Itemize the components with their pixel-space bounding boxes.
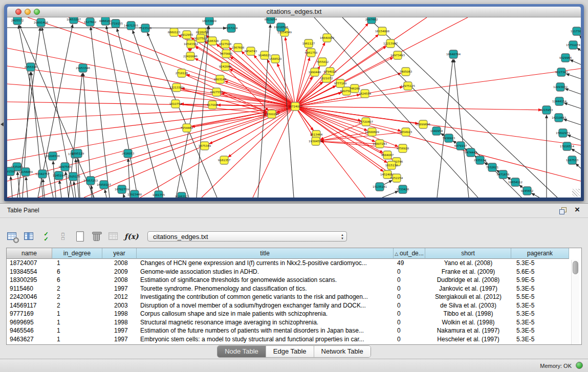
column-header-title[interactable]: title	[137, 248, 394, 259]
table-row[interactable]: 1872400712008Changes of HCN gene express…	[7, 259, 581, 268]
graph-node[interactable]: 9756928	[397, 144, 409, 152]
network-graph[interactable]: 1872400718300295866012389129558226058912…	[7, 17, 581, 198]
graph-node[interactable]: 391591	[7, 167, 16, 176]
tab-edge-table[interactable]: Edge Table	[266, 346, 314, 357]
graph-node[interactable]: 9227343	[555, 68, 568, 76]
column-header-short[interactable]: short	[425, 248, 511, 259]
table-row[interactable]: 1456911722003Disruption of a novel membe…	[7, 301, 581, 310]
graph-node[interactable]: 9329966	[559, 54, 572, 62]
graph-node[interactable]: 7515526	[139, 24, 152, 32]
table-row[interactable]: 911546021997Tourette syndrome. Phenomeno…	[7, 285, 581, 293]
column-header-year[interactable]: year	[102, 248, 137, 259]
graph-node[interactable]: 16648784	[446, 50, 461, 58]
graph-node[interactable]: 2367608	[232, 43, 245, 52]
graph-node[interactable]: 9474444	[465, 148, 477, 157]
memory-status-indicator[interactable]	[576, 362, 583, 369]
graph-node[interactable]: 917004	[207, 101, 218, 109]
column-header-pagerank[interactable]: pagerank	[511, 248, 569, 259]
graph-node[interactable]: 16640910	[320, 34, 334, 42]
graph-node[interactable]: 8813054	[265, 17, 277, 24]
table-row[interactable]: 2242004622012Investigating the contribut…	[7, 293, 581, 301]
graph-node[interactable]: 20891406	[34, 18, 48, 27]
table-row[interactable]: 969969511998Structural magnetic resonanc…	[7, 318, 581, 327]
graph-node[interactable]: 9684067	[381, 151, 394, 159]
graph-node[interactable]: 1527602	[84, 18, 97, 26]
graph-node[interactable]: 16782759	[115, 185, 129, 193]
graph-node[interactable]: 1961127	[302, 39, 315, 48]
graph-node[interactable]: 12505135	[66, 172, 80, 181]
graph-node[interactable]: 1145194	[53, 171, 66, 180]
graph-node[interactable]: 16210643	[552, 114, 566, 122]
graph-node[interactable]: 10653287	[67, 17, 81, 24]
graph-node[interactable]: 10899695	[416, 120, 430, 128]
close-button[interactable]	[15, 9, 21, 15]
column-header-in_degree[interactable]: in_degree	[52, 248, 102, 259]
graph-node[interactable]: 10973493	[390, 51, 405, 59]
graph-node[interactable]: 1081755	[153, 191, 165, 198]
graph-node[interactable]: 2405572	[11, 17, 24, 25]
table-scrollbar[interactable]	[571, 260, 579, 344]
table-row[interactable]: 946554611997Estimation of the future num…	[7, 326, 581, 335]
float-panel-icon[interactable]	[559, 207, 567, 214]
graph-node[interactable]: 7254462	[181, 124, 193, 132]
minimize-button[interactable]	[25, 9, 31, 15]
graph-node[interactable]: 9186312	[176, 192, 188, 198]
function-builder-icon[interactable]: ƒ(x)	[124, 230, 137, 243]
table-row[interactable]: 977716911998Corpus callosum shape and si…	[7, 310, 581, 318]
graph-node[interactable]: 15720407	[359, 118, 373, 126]
delete-table-icon[interactable]	[91, 230, 103, 243]
graph-node[interactable]: 16154808	[375, 27, 389, 35]
graph-node[interactable]: 9097548	[59, 163, 72, 171]
graph-node[interactable]: 9654923	[400, 128, 412, 136]
graph-node[interactable]: 16033809	[202, 17, 216, 25]
column-header-name[interactable]: name	[7, 248, 52, 259]
panel-collapse-arrow-icon[interactable]	[1, 122, 4, 126]
graph-node[interactable]: 15692971	[556, 129, 570, 137]
graph-node[interactable]: 19384554	[309, 137, 323, 145]
graph-node[interactable]: 2687682	[365, 17, 378, 24]
graph-node[interactable]: 1733426	[397, 185, 409, 193]
graph-node[interactable]: 2616053	[122, 149, 135, 158]
table-row[interactable]: 1938455462009Genome-wide association stu…	[7, 268, 581, 276]
graph-node[interactable]: 15751074	[566, 41, 580, 49]
graph-node[interactable]: 29053346	[76, 64, 90, 72]
close-panel-icon[interactable]	[575, 205, 580, 215]
graph-node[interactable]: 16958107	[97, 181, 111, 189]
graph-node[interactable]: 9161357	[218, 156, 231, 164]
graph-node[interactable]: 2803144	[214, 75, 227, 83]
graph-node[interactable]: 14671355	[124, 21, 138, 30]
select-all-icon[interactable]: ✓ ✓	[40, 230, 52, 243]
zoom-button[interactable]	[34, 9, 40, 15]
table-row[interactable]: 946362711997Embryonic stem cells: a mode…	[7, 335, 581, 344]
graph-node[interactable]: 8252254	[390, 174, 403, 182]
show-columns-icon[interactable]	[23, 230, 35, 243]
graph-node[interactable]: 9245652	[521, 187, 534, 195]
graph-node[interactable]: 746266	[350, 84, 360, 93]
column-header-out_de[interactable]: △out_de...	[394, 248, 425, 259]
graph-node[interactable]: 1588520	[269, 55, 282, 63]
graph-node[interactable]: 22420046	[183, 52, 198, 60]
graph-node[interactable]: 1167533	[566, 156, 579, 164]
graph-node[interactable]: 12093832	[553, 83, 568, 91]
graph-node[interactable]: 7955812	[316, 58, 329, 66]
network-canvas[interactable]: 1872400718300295866012389129558226058912…	[7, 17, 581, 198]
graph-node[interactable]: 9475685	[220, 50, 233, 58]
graph-node[interactable]: 1810754	[169, 100, 182, 108]
new-table-icon[interactable]	[74, 230, 86, 243]
table-row[interactable]: 1830029562008Estimation of significance …	[7, 276, 581, 285]
table-mode-icon[interactable]	[6, 230, 18, 243]
graph-node[interactable]: 6961758	[305, 49, 318, 57]
window-resize-grip[interactable]	[572, 189, 580, 196]
scrollbar-thumb[interactable]	[573, 261, 578, 274]
graph-node[interactable]: 1990448	[309, 68, 321, 76]
graph-node[interactable]: 8454743	[245, 47, 257, 55]
unselect-all-icon[interactable]: □ □	[57, 230, 69, 243]
graph-node[interactable]: 1895129	[72, 149, 84, 158]
table-select[interactable]: citations_edges.txt	[147, 231, 347, 242]
graph-node[interactable]: 8215953	[540, 106, 553, 114]
graph-node[interactable]: 1675349	[199, 142, 211, 150]
tab-node-table[interactable]: Node Table	[217, 346, 266, 357]
graph-node[interactable]: 12213987	[383, 39, 398, 48]
graph-node[interactable]: 1117304	[571, 27, 581, 35]
graph-node[interactable]: 7857224	[225, 24, 238, 32]
